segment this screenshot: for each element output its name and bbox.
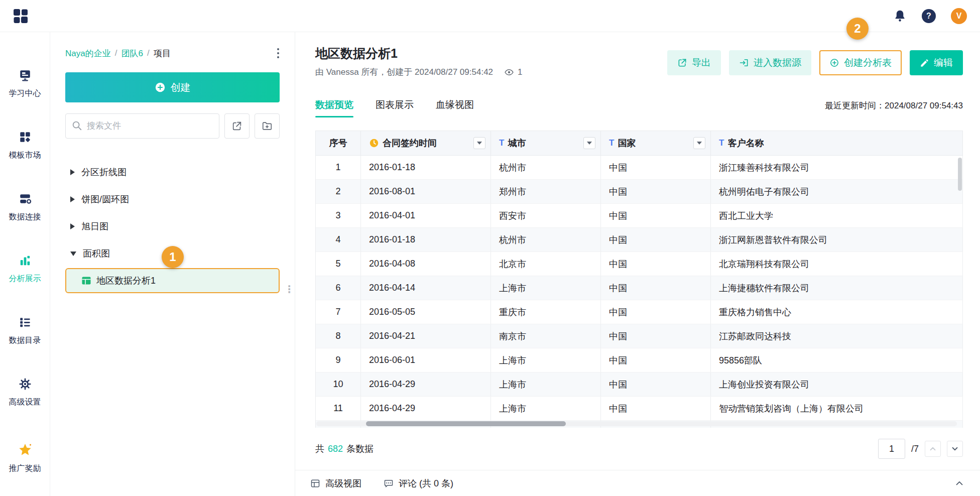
search-input[interactable] [65,113,219,139]
breadcrumb-item[interactable]: 团队6 [121,48,143,59]
filter-dropdown[interactable] [583,137,595,149]
create-button[interactable]: 创建 [65,72,280,102]
page-number-input[interactable] [878,439,905,459]
column-header-label: 城市 [508,137,526,149]
search-box [65,113,219,139]
table-cell: 上海捷穗软件有限公司 [711,276,963,300]
sidebar-item[interactable]: 学习中心 [9,69,41,118]
previous-page-button[interactable] [925,441,941,457]
table-row[interactable]: 102016-04-29上海市中国上海创业投资有限公司 [316,373,963,397]
advanced-view-icon [310,478,320,488]
horizontal-scrollbar[interactable] [366,421,566,426]
table-row[interactable]: 22016-08-01郑州市中国杭州明佑电子有限公司 [316,180,963,204]
table-row[interactable]: 42016-01-18杭州市中国浙江网新恩普软件有限公司 [316,228,963,252]
tree-group[interactable]: 分区折线图 [65,159,280,186]
sidebar-nav-bottom: 推广奖励 [9,443,41,492]
caret-right-icon[interactable] [70,223,75,229]
table-cell: 郑州市 [491,180,601,203]
caret-right-icon[interactable] [70,196,75,202]
total-suffix: 条数据 [346,444,374,454]
sidebar-item[interactable]: 分析展示 [9,254,41,303]
comments-button[interactable]: 评论 (共 0 条) [384,477,453,489]
table-cell: 2016-08-01 [361,180,491,203]
sidebar-item[interactable]: 数据目录 [9,316,41,365]
app-logo-icon[interactable] [13,9,28,24]
data-table: 序号合同签约时间T城市T国家T客户名称 12016-01-18杭州市中国浙江臻善… [315,131,963,428]
tab-active[interactable]: 数据预览 [315,98,353,117]
sidebar-item-label: 数据目录 [9,335,41,346]
table-cell: 重庆市 [491,300,601,324]
total-count[interactable]: 682 [328,444,343,454]
collapse-panel-icon[interactable] [954,478,965,489]
create-analysis-table-button[interactable]: 创建分析表 [819,50,902,75]
folder-plus-icon [262,120,273,132]
caret-right-icon[interactable] [70,169,75,175]
table-row[interactable]: 72016-05-05重庆市中国重庆格力销售中心 [316,300,963,324]
vertical-scrollbar[interactable] [958,158,962,191]
table-cell: 重庆格力销售中心 [711,300,963,324]
table-cell: 西北工业大学 [711,204,963,227]
column-header[interactable]: 序号 [316,131,361,155]
export-button-label: 导出 [692,56,711,69]
create-button-label: 创建 [171,81,191,94]
table-row[interactable]: 62016-04-14上海市中国上海捷穗软件有限公司 [316,276,963,300]
reward-star-icon [18,443,32,459]
tree-group[interactable]: 饼图/圆环图 [65,186,280,213]
table-row[interactable]: 12016-01-18杭州市中国浙江臻善科技有限公司 [316,156,963,180]
table-row[interactable]: 52016-04-08北京市中国北京瑞翔科技有限公司 [316,252,963,276]
caret-down-icon[interactable] [70,252,76,256]
filter-dropdown[interactable] [473,137,485,149]
panel-resize-handle[interactable]: ⋮ [284,287,294,292]
table-row[interactable]: 82016-04-21南京市中国江苏邮政同达科技 [316,324,963,348]
text-type-icon: T [719,138,724,148]
table-row[interactable]: 32016-04-01西安市中国西北工业大学 [316,204,963,228]
template-market-icon [19,131,32,146]
sidebar-item[interactable]: 高级设置 [9,378,41,427]
column-header[interactable]: T城市 [491,131,601,155]
annotation-step-2-badge: 2 [846,18,869,40]
date-type-icon [369,138,379,148]
sidebar-item[interactable]: 推广奖励 [9,443,41,492]
table-row[interactable]: 92016-06-01上海市中国95856部队 [316,348,963,373]
table-cell: 9 [316,348,361,372]
filter-dropdown[interactable] [693,137,705,149]
sidebar-item[interactable]: 模板市场 [9,131,41,180]
user-avatar[interactable]: V [951,8,967,24]
analysis-display-icon [19,254,32,269]
caret-down-icon [477,142,482,145]
breadcrumb-item[interactable]: Naya的企业 [65,48,111,59]
tab-item[interactable]: 血缘视图 [436,98,474,117]
sidebar-item[interactable]: 数据连接 [9,192,41,241]
edit-button[interactable]: 编辑 [910,50,963,75]
table-cell: 中国 [601,180,711,203]
page-title: 地区数据分析1 [315,45,523,61]
column-header[interactable]: T客户名称 [711,131,963,155]
export-button[interactable]: 导出 [667,50,721,75]
panel-more-icon[interactable] [277,47,280,59]
table-header: 序号合同签约时间T城市T国家T客户名称 [316,131,963,156]
table-cell: 10 [316,373,361,396]
column-header[interactable]: T国家 [601,131,711,155]
help-icon[interactable]: ? [922,9,936,23]
advanced-view-button[interactable]: 高级视图 [310,477,361,489]
column-header-label: 国家 [618,137,636,149]
table-row[interactable]: 112016-04-29上海市中国智动营销策划咨询（上海）有限公司 [316,397,963,421]
sidebar-item-label: 模板市场 [9,150,41,161]
notification-bell-icon[interactable] [893,9,907,23]
tree-group[interactable]: 旭日图 [65,213,280,240]
data-catalog-icon [19,316,32,331]
tab-item[interactable]: 图表展示 [376,98,414,117]
table-cell: 3 [316,204,361,227]
open-in-new-button[interactable] [224,113,250,139]
table-sheet-icon [81,276,91,286]
next-page-button[interactable] [947,441,963,457]
enter-data-source-button[interactable]: 进入数据源 [729,50,811,75]
table-cell: 2016-04-14 [361,276,491,300]
table-cell: 中国 [601,276,711,300]
tree-item[interactable]: 地区数据分析1 [65,268,280,293]
column-header-label: 合同签约时间 [383,137,437,149]
column-header[interactable]: 合同签约时间 [361,131,491,155]
new-folder-button[interactable] [255,113,280,139]
sidebar-item-label: 推广奖励 [9,463,41,474]
table-cell: 中国 [601,156,711,179]
